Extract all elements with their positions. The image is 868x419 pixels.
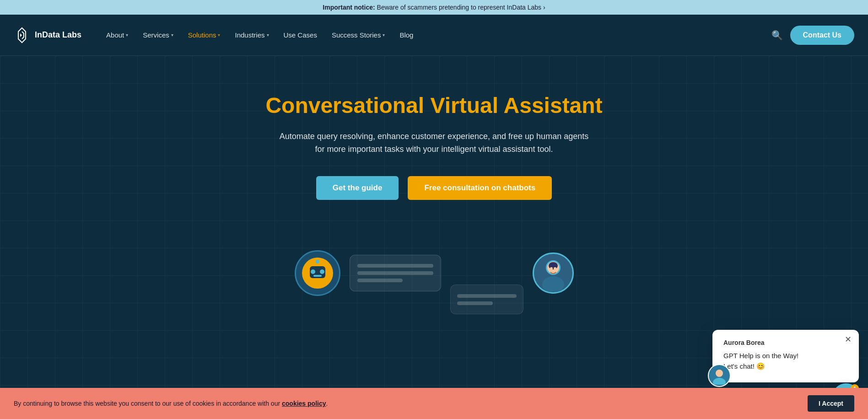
hero-subtitle: Automate query resolving, enhance custom… — [274, 130, 594, 156]
chevron-down-icon: ▾ — [171, 32, 173, 38]
chat-line — [457, 294, 517, 298]
svg-point-16 — [554, 267, 556, 270]
chat-line — [457, 301, 493, 305]
notice-bold: Important notice: — [323, 4, 375, 11]
svg-point-18 — [713, 378, 726, 385]
svg-rect-4 — [313, 275, 322, 277]
agent-avatar-icon — [710, 366, 728, 385]
header: InData Labs About ▾ Services ▾ Solutions… — [0, 15, 868, 56]
svg-point-14 — [549, 262, 558, 269]
robot-avatar — [295, 250, 340, 296]
search-icon[interactable]: 🔍 — [771, 30, 783, 41]
nav-services[interactable]: Services ▾ — [136, 27, 180, 43]
chevron-down-icon: ▾ — [383, 32, 385, 38]
hero-illustration — [228, 227, 640, 319]
chat-bubble-1 — [350, 255, 441, 291]
nav-success-stories[interactable]: Success Stories ▾ — [325, 27, 392, 43]
nav-about[interactable]: About ▾ — [100, 27, 135, 43]
svg-point-12 — [542, 276, 564, 291]
logo-icon — [14, 27, 30, 43]
notice-arrow: › — [543, 4, 545, 11]
svg-rect-8 — [326, 270, 330, 276]
chat-line — [357, 271, 433, 275]
svg-point-3 — [320, 269, 324, 274]
chat-popup-agent-name: Aurora Borea — [723, 339, 848, 346]
svg-point-15 — [550, 267, 553, 270]
nav-solutions[interactable]: Solutions ▾ — [182, 27, 227, 43]
chevron-down-icon: ▾ — [267, 32, 269, 38]
chevron-down-icon: ▾ — [126, 32, 128, 38]
notice-text: Beware of scammers pretending to represe… — [377, 4, 542, 11]
free-consultation-button[interactable]: Free consultation on chatbots — [408, 176, 552, 200]
chat-popup-close-button[interactable]: ✕ — [845, 335, 852, 344]
cookie-bar: By continuing to browse this website you… — [0, 388, 868, 403]
contact-button[interactable]: Contact Us — [790, 26, 854, 45]
cookie-accept-button[interactable]: I Accept — [808, 395, 854, 403]
chat-line — [357, 264, 433, 268]
svg-point-17 — [716, 370, 723, 377]
svg-point-2 — [311, 269, 315, 274]
response-bubble — [450, 285, 523, 314]
logo[interactable]: InData Labs — [14, 27, 81, 43]
nav-industries[interactable]: Industries ▾ — [228, 27, 275, 43]
hero-title: Conversational Virtual Assistant — [265, 92, 602, 119]
robot-icon — [302, 257, 334, 289]
chat-popup-avatar — [708, 364, 731, 387]
svg-rect-7 — [305, 270, 309, 276]
nav-use-cases[interactable]: Use Cases — [277, 27, 323, 43]
get-guide-button[interactable]: Get the guide — [316, 176, 399, 200]
svg-rect-10 — [319, 278, 323, 284]
cookie-policy-link[interactable]: cookies policy — [282, 400, 326, 403]
svg-point-6 — [316, 260, 319, 263]
main-nav: About ▾ Services ▾ Solutions ▾ Industrie… — [100, 27, 771, 43]
human-icon — [535, 255, 571, 291]
hero-content: Conversational Virtual Assistant Automat… — [265, 92, 602, 200]
svg-rect-9 — [312, 278, 316, 284]
logo-text: InData Labs — [35, 30, 81, 40]
notice-bar: Important notice: Beware of scammers pre… — [0, 0, 868, 15]
header-right: 🔍 Contact Us — [771, 26, 854, 45]
chat-popup-message: GPT Help is on the Way! Let's chat! 😊 — [723, 351, 848, 371]
nav-blog[interactable]: Blog — [393, 27, 420, 43]
cookie-text: By continuing to browse this website you… — [14, 400, 798, 403]
hero-buttons: Get the guide Free consultation on chatb… — [265, 176, 602, 200]
human-avatar — [533, 252, 574, 294]
chat-popup: ✕ Aurora Borea GPT Help is on the Way! L… — [712, 330, 859, 382]
chat-line — [357, 279, 403, 282]
chevron-down-icon: ▾ — [218, 32, 220, 38]
